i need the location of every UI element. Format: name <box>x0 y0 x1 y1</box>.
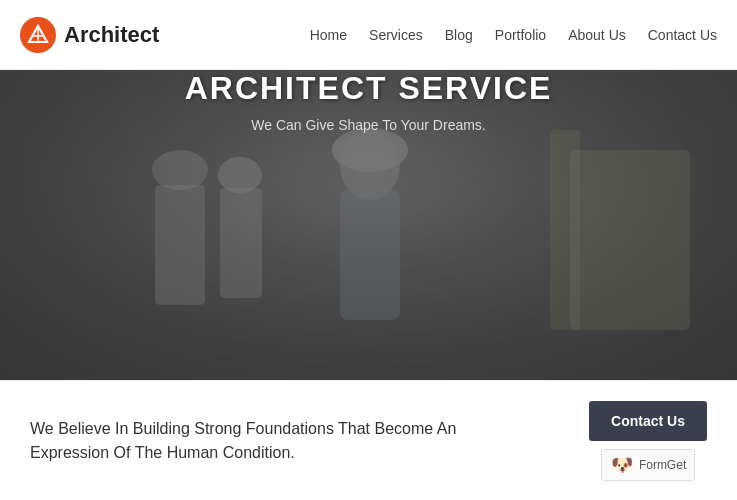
nav-about[interactable]: About Us <box>568 27 626 43</box>
svg-point-9 <box>218 157 262 193</box>
logo-icon <box>20 17 56 53</box>
contact-us-button[interactable]: Contact Us <box>589 401 707 441</box>
bottom-tagline: We Believe In Building Strong Foundation… <box>30 417 530 465</box>
hero-section: ARCHITECT SERVICE We Can Give Shape To Y… <box>0 70 737 380</box>
logo-text: Architect <box>64 22 159 48</box>
header: Architect Home Services Blog Portfolio A… <box>0 0 737 70</box>
nav-blog[interactable]: Blog <box>445 27 473 43</box>
nav-services[interactable]: Services <box>369 27 423 43</box>
formget-badge: 🐶 FormGet <box>601 449 695 481</box>
main-nav: Home Services Blog Portfolio About Us Co… <box>310 27 717 43</box>
nav-contact[interactable]: Contact Us <box>648 27 717 43</box>
svg-rect-6 <box>340 190 400 320</box>
bottom-section: We Believe In Building Strong Foundation… <box>0 380 737 500</box>
formget-icon: 🐶 <box>610 453 634 477</box>
formget-label: FormGet <box>639 458 686 472</box>
svg-rect-12 <box>550 130 580 330</box>
svg-point-7 <box>152 150 208 190</box>
logo-area: Architect <box>20 17 159 53</box>
nav-portfolio[interactable]: Portfolio <box>495 27 546 43</box>
hero-content: ARCHITECT SERVICE We Can Give Shape To Y… <box>0 70 737 133</box>
svg-rect-10 <box>220 188 262 298</box>
nav-home[interactable]: Home <box>310 27 347 43</box>
svg-rect-11 <box>570 150 690 330</box>
hero-subtitle: We Can Give Shape To Your Dreams. <box>0 117 737 133</box>
svg-point-5 <box>340 130 400 200</box>
hero-title: ARCHITECT SERVICE <box>0 70 737 107</box>
bottom-right: Contact Us 🐶 FormGet <box>589 401 707 481</box>
svg-rect-8 <box>155 185 205 305</box>
